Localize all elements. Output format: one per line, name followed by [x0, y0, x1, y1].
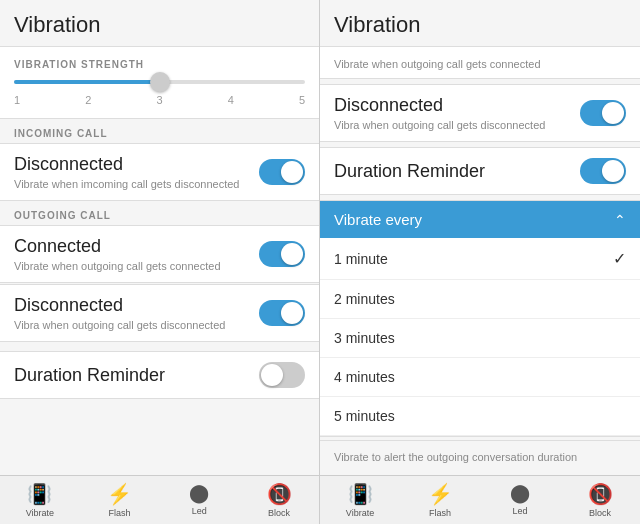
dropdown-option-4min[interactable]: 4 minutes — [320, 358, 640, 397]
option-4min-text: 4 minutes — [334, 369, 395, 385]
slider-track[interactable] — [14, 80, 305, 84]
slider-fill — [14, 80, 160, 84]
right-duration-reminder-toggle[interactable] — [580, 158, 626, 184]
block-icon: 📵 — [267, 482, 292, 506]
outgoing-connected-name: Connected — [14, 236, 221, 257]
right-tab-vibrate-label: Vibrate — [346, 508, 374, 518]
tick-4: 4 — [228, 94, 234, 106]
outgoing-call-label: OUTGOING CALL — [0, 202, 319, 225]
right-panel-title: Vibration — [320, 0, 640, 46]
incoming-disconnected-row: Disconnected Vibrate when imcoming call … — [0, 143, 319, 201]
left-tab-flash[interactable]: ⚡ Flash — [80, 476, 160, 524]
outgoing-connected-toggle[interactable] — [259, 241, 305, 267]
left-panel: Vibration VIBRATION STRENGTH 1 2 3 4 5 I… — [0, 0, 320, 524]
left-tab-block[interactable]: 📵 Block — [239, 476, 319, 524]
left-duration-reminder-row: Duration Reminder — [0, 351, 319, 399]
left-duration-reminder-toggle-knob — [261, 364, 283, 386]
left-tab-flash-label: Flash — [109, 508, 131, 518]
right-vibrate-icon: 📳 — [348, 482, 373, 506]
dropdown-option-5min[interactable]: 5 minutes — [320, 397, 640, 436]
right-disconnected-row: Disconnected Vibra when outgoing call ge… — [320, 84, 640, 142]
left-duration-reminder-name: Duration Reminder — [14, 365, 165, 386]
right-duration-reminder-name: Duration Reminder — [334, 161, 485, 182]
left-tab-led[interactable]: ⬤ Led — [160, 476, 240, 524]
right-tab-block-label: Block — [589, 508, 611, 518]
right-disconnected-name: Disconnected — [334, 95, 545, 116]
right-tab-vibrate[interactable]: 📳 Vibrate — [320, 476, 400, 524]
right-tab-led[interactable]: ⬤ Led — [480, 476, 560, 524]
left-tab-led-label: Led — [192, 506, 207, 516]
incoming-disconnected-name: Disconnected — [14, 154, 239, 175]
right-tab-led-label: Led — [512, 506, 527, 516]
tick-1: 1 — [14, 94, 20, 106]
outgoing-disconnected-toggle[interactable] — [259, 300, 305, 326]
slider-thumb[interactable] — [150, 72, 170, 92]
outgoing-disconnected-info: Disconnected Vibra when outgoing call ge… — [14, 295, 225, 331]
option-1min-text: 1 minute — [334, 251, 388, 267]
option-5min-text: 5 minutes — [334, 408, 395, 424]
incoming-disconnected-toggle-knob — [281, 161, 303, 183]
right-block-icon: 📵 — [588, 482, 613, 506]
outgoing-disconnected-toggle-knob — [281, 302, 303, 324]
right-duration-reminder-toggle-knob — [602, 160, 624, 182]
incoming-disconnected-desc: Vibrate when imcoming call gets disconne… — [14, 178, 239, 190]
right-outgoing-connected-row: Vibrate when outgoing call gets connecte… — [320, 46, 640, 79]
vibrate-every-dropdown: Vibrate every ⌃ 1 minute ✓ 2 minutes 3 m… — [320, 200, 640, 437]
outgoing-disconnected-desc: Vibra when outgoing call gets disconnect… — [14, 319, 225, 331]
left-bottom-tabs: 📳 Vibrate ⚡ Flash ⬤ Led 📵 Block — [0, 475, 319, 524]
right-disconnected-desc: Vibra when outgoing call gets disconnect… — [334, 119, 545, 131]
right-bottom-tabs: 📳 Vibrate ⚡ Flash ⬤ Led 📵 Block — [320, 475, 640, 524]
outgoing-disconnected-row: Disconnected Vibra when outgoing call ge… — [0, 284, 319, 342]
vibrate-every-header[interactable]: Vibrate every ⌃ — [320, 201, 640, 238]
option-2min-text: 2 minutes — [334, 291, 395, 307]
left-panel-title: Vibration — [0, 0, 319, 46]
dropdown-option-3min[interactable]: 3 minutes — [320, 319, 640, 358]
outgoing-connected-desc: Vibrate when outgoing call gets connecte… — [14, 260, 221, 272]
slider-ticks: 1 2 3 4 5 — [14, 94, 305, 106]
led-icon: ⬤ — [189, 482, 209, 504]
outgoing-connected-toggle-knob — [281, 243, 303, 265]
right-outgoing-connected-desc: Vibrate when outgoing call gets connecte… — [334, 58, 626, 70]
vibrate-icon: 📳 — [27, 482, 52, 506]
right-duration-reminder-row: Duration Reminder — [320, 147, 640, 195]
right-led-icon: ⬤ — [510, 482, 530, 504]
incoming-call-label: INCOMING CALL — [0, 120, 319, 143]
outgoing-connected-row: Connected Vibrate when outgoing call get… — [0, 225, 319, 283]
dropdown-header-text: Vibrate every — [334, 211, 422, 228]
right-flash-icon: ⚡ — [428, 482, 453, 506]
outgoing-disconnected-name: Disconnected — [14, 295, 225, 316]
right-tab-flash[interactable]: ⚡ Flash — [400, 476, 480, 524]
right-disconnected-info: Disconnected Vibra when outgoing call ge… — [334, 95, 545, 131]
right-tab-flash-label: Flash — [429, 508, 451, 518]
tick-2: 2 — [85, 94, 91, 106]
right-bottom-note: Vibrate to alert the outgoing conversati… — [320, 440, 640, 473]
checkmark-1min: ✓ — [613, 249, 626, 268]
dropdown-option-1min[interactable]: 1 minute ✓ — [320, 238, 640, 280]
right-disconnected-toggle-knob — [602, 102, 624, 124]
incoming-disconnected-info: Disconnected Vibrate when imcoming call … — [14, 154, 239, 190]
incoming-disconnected-toggle[interactable] — [259, 159, 305, 185]
left-tab-vibrate-label: Vibrate — [26, 508, 54, 518]
left-tab-block-label: Block — [268, 508, 290, 518]
vibration-strength-section: VIBRATION STRENGTH 1 2 3 4 5 — [0, 46, 319, 119]
right-tab-block[interactable]: 📵 Block — [560, 476, 640, 524]
option-3min-text: 3 minutes — [334, 330, 395, 346]
right-disconnected-toggle[interactable] — [580, 100, 626, 126]
right-panel: Vibration Vibrate when outgoing call get… — [320, 0, 640, 524]
chevron-up-icon: ⌃ — [614, 212, 626, 228]
left-duration-reminder-toggle[interactable] — [259, 362, 305, 388]
outgoing-connected-info: Connected Vibrate when outgoing call get… — [14, 236, 221, 272]
tick-3: 3 — [156, 94, 162, 106]
tick-5: 5 — [299, 94, 305, 106]
vibration-strength-label: VIBRATION STRENGTH — [14, 59, 305, 70]
dropdown-option-2min[interactable]: 2 minutes — [320, 280, 640, 319]
flash-icon: ⚡ — [107, 482, 132, 506]
left-tab-vibrate[interactable]: 📳 Vibrate — [0, 476, 80, 524]
